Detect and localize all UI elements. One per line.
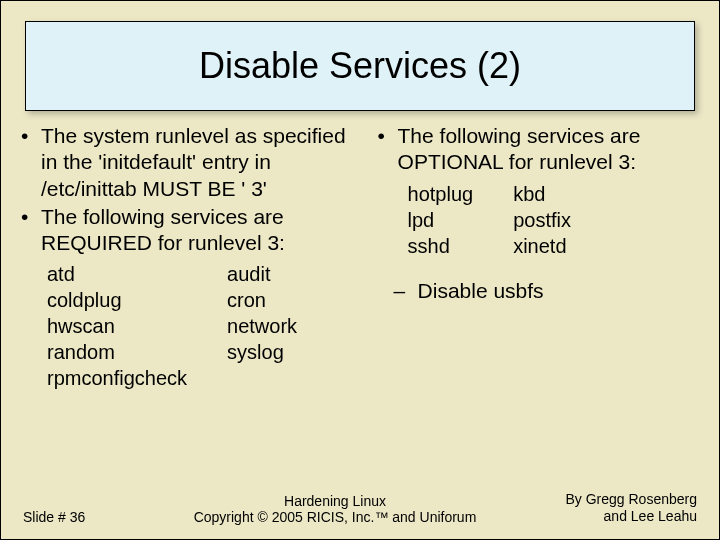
bullet-item: • The following services are OPTIONAL fo… [374,123,695,176]
dash-mark: – [394,278,418,304]
bullet-text: The following services are OPTIONAL for … [398,123,695,176]
list-item: random [47,340,187,365]
list-item: sshd [408,234,474,259]
slide-body: • The system runlevel as specified in th… [1,123,719,485]
footer-line: By Gregg Rosenberg [527,491,697,508]
slide: Disable Services (2) • The system runlev… [0,0,720,540]
dash-text: Disable usbfs [418,278,544,304]
list-item: network [227,314,297,339]
list-column: audit cron network syslog [227,262,297,392]
list-item: hwscan [47,314,187,339]
footer-line: Copyright © 2005 RICIS, Inc.™ and Unifor… [143,509,527,525]
left-column: • The system runlevel as specified in th… [17,123,370,485]
list-item: rpmconfigcheck [47,366,187,391]
bullet-text: The system runlevel as specified in the … [41,123,362,202]
footer-slide-number: Slide # 36 [23,509,143,525]
right-column: • The following services are OPTIONAL fo… [370,123,695,485]
footer-line: Hardening Linux [143,493,527,509]
bullet-mark: • [17,123,41,202]
list-item: lpd [408,208,474,233]
bullet-text: The following services are REQUIRED for … [41,204,362,257]
list-item: xinetd [513,234,571,259]
bullet-mark: • [17,204,41,257]
optional-services-list: hotplug lpd sshd kbd postfix xinetd [408,182,695,260]
footer-center: Hardening Linux Copyright © 2005 RICIS, … [143,493,527,525]
bullet-mark: • [374,123,398,176]
list-item: syslog [227,340,297,365]
list-column: kbd postfix xinetd [513,182,571,260]
title-bar: Disable Services (2) [25,21,695,111]
list-column: atd coldplug hwscan random rpmconfigchec… [47,262,187,392]
slide-title: Disable Services (2) [199,45,521,87]
list-item: audit [227,262,297,287]
list-item: coldplug [47,288,187,313]
list-item: cron [227,288,297,313]
list-item: kbd [513,182,571,207]
slide-footer: Slide # 36 Hardening Linux Copyright © 2… [1,485,719,539]
bullet-item: • The system runlevel as specified in th… [17,123,362,202]
dash-item: – Disable usbfs [394,278,695,304]
list-item: postfix [513,208,571,233]
footer-authors: By Gregg Rosenberg and Lee Leahu [527,491,697,525]
footer-line: and Lee Leahu [527,508,697,525]
list-column: hotplug lpd sshd [408,182,474,260]
bullet-item: • The following services are REQUIRED fo… [17,204,362,257]
list-item: atd [47,262,187,287]
list-item: hotplug [408,182,474,207]
required-services-list: atd coldplug hwscan random rpmconfigchec… [47,262,362,392]
